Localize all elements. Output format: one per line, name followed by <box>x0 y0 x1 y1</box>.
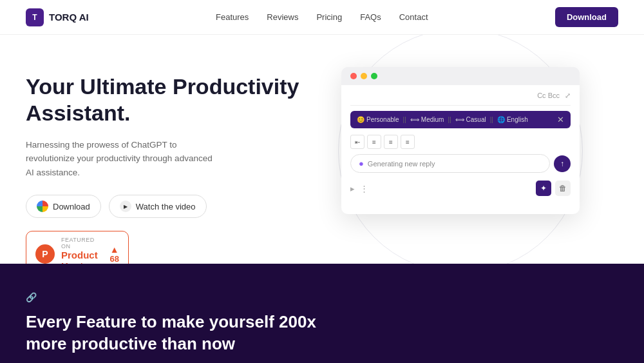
nav-links: Features Reviews Pricing FAQs Contact <box>216 12 428 22</box>
tool-list1[interactable]: ≡ <box>367 135 381 149</box>
nav-reviews[interactable]: Reviews <box>267 12 298 22</box>
spinner-icon: ● <box>359 159 364 168</box>
ai-toolbar: 😊 Personable || ⟺ Medium || ⟺ Casual || <box>350 111 571 128</box>
sep3: || <box>490 116 493 123</box>
footer-right-icons: ✦ 🗑 <box>536 181 571 196</box>
ph-arrow-icon: ▲ <box>110 245 119 254</box>
hero-description: Harnessing the prowess of ChatGPT to rev… <box>26 138 219 180</box>
chrome-icon <box>37 201 48 212</box>
ai-input-field[interactable]: ● Generating new reply <box>350 154 550 173</box>
sep1: || <box>403 116 406 123</box>
hero-download-button[interactable]: Download <box>26 195 101 218</box>
toolbar-personable: 😊 Personable <box>357 116 399 123</box>
delete-button[interactable]: 🗑 <box>555 181 571 196</box>
email-footer: ▸ ⋮ ✦ 🗑 <box>350 175 571 196</box>
nav-contact[interactable]: Contact <box>399 12 428 22</box>
video-label: Watch the video <box>136 202 196 211</box>
nav-download-button[interactable]: Download <box>555 7 618 27</box>
features-section: 🔗 Every Feature to make yourself 200x mo… <box>0 264 644 363</box>
ph-text-block: FEATURED ON Product Hunt <box>61 237 104 264</box>
english-icon: 🌐 <box>497 116 505 123</box>
generating-text: Generating new reply <box>368 160 435 168</box>
dot-red <box>350 73 357 79</box>
medium-icon: ⟺ <box>410 116 419 123</box>
hero-right: Cc Bcc ⤢ 😊 Personable || ⟺ Medium || <box>303 67 618 214</box>
ai-button[interactable]: ✦ <box>536 181 551 196</box>
dot-yellow <box>361 73 367 79</box>
play-icon: ▶ <box>120 201 131 212</box>
dot-green <box>371 73 377 79</box>
email-top-bar: Cc Bcc ⤢ <box>350 92 571 106</box>
navbar: T TORQ AI Features Reviews Pricing FAQs … <box>0 0 644 35</box>
nav-pricing[interactable]: Pricing <box>316 12 342 22</box>
tool-list3[interactable]: ≡ <box>401 135 415 149</box>
features-heading: Every Feature to make yourself 200x more… <box>26 311 348 355</box>
browser-content: Cc Bcc ⤢ 😊 Personable || ⟺ Medium || <box>341 85 580 214</box>
logo-text: TORQ AI <box>49 12 89 23</box>
ph-upvote: ▲ 68 <box>110 245 119 264</box>
expand-icon: ⤢ <box>565 92 571 100</box>
watch-video-button[interactable]: ▶ Watch the video <box>109 195 207 218</box>
product-hunt-logo: P <box>35 244 55 264</box>
toolbar-english: 🌐 English <box>497 116 528 123</box>
ph-count: 68 <box>110 254 119 264</box>
section-tag: 🔗 <box>26 292 618 302</box>
dots-icon: ⋮ <box>360 184 368 193</box>
send-button[interactable]: ↑ <box>554 155 571 172</box>
nav-left: T TORQ AI <box>26 8 89 26</box>
link-icon: 🔗 <box>26 292 37 302</box>
toolbar-casual: ⟺ Casual <box>455 116 486 123</box>
nav-faqs[interactable]: FAQs <box>360 12 381 22</box>
toolbar-medium: ⟺ Medium <box>410 116 444 123</box>
hero-left: Your Ultimate Productivity Assistant. Ha… <box>26 67 303 264</box>
logo-icon: T <box>26 8 44 26</box>
product-hunt-badge[interactable]: P FEATURED ON Product Hunt ▲ 68 <box>26 231 129 264</box>
casual-icon: ⟺ <box>455 116 464 123</box>
hero-download-label: Download <box>53 202 90 211</box>
hero-section: Your Ultimate Productivity Assistant. Ha… <box>0 35 644 264</box>
editor-toolbar: ⇤ ≡ ≡ ≡ <box>350 135 571 149</box>
hero-buttons: Download ▶ Watch the video <box>26 195 303 218</box>
tool-list2[interactable]: ≡ <box>384 135 398 149</box>
tool-indent[interactable]: ⇤ <box>350 135 365 149</box>
footer-left-icons: ▸ ⋮ <box>350 184 368 193</box>
browser-mockup: Cc Bcc ⤢ 😊 Personable || ⟺ Medium || <box>341 67 580 214</box>
editor-input-row: ● Generating new reply ↑ <box>350 154 571 173</box>
personable-icon: 😊 <box>357 116 365 123</box>
nav-features[interactable]: Features <box>216 12 249 22</box>
sep2: || <box>448 116 451 123</box>
cc-bcc-label: Cc Bcc <box>537 92 560 100</box>
hero-title: Your Ultimate Productivity Assistant. <box>26 74 303 126</box>
menu-icon: ▸ <box>350 184 355 193</box>
toolbar-close-icon[interactable]: ✕ <box>557 115 564 124</box>
ph-featured-text: FEATURED ON <box>61 237 104 250</box>
ph-name-text: Product Hunt <box>61 250 104 264</box>
browser-bar <box>341 67 580 85</box>
